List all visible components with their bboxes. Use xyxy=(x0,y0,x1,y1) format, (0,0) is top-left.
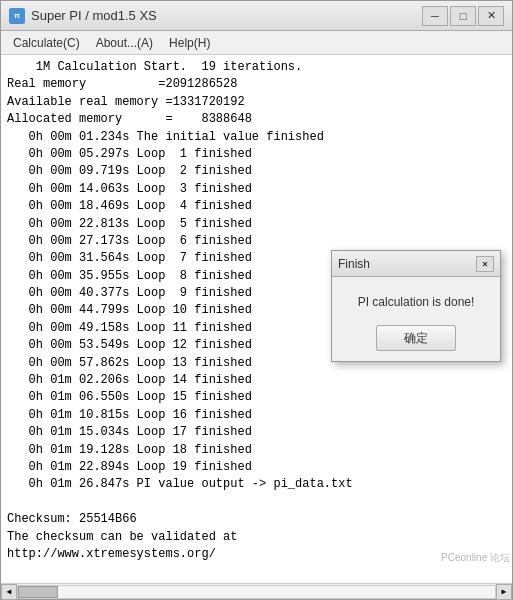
restore-button[interactable]: □ xyxy=(450,6,476,26)
dialog-ok-button[interactable]: 确定 xyxy=(376,325,456,351)
app-icon: π xyxy=(9,8,25,24)
menu-bar: Calculate(C) About...(A) Help(H) xyxy=(1,31,512,55)
dialog-message: PI calculation is done! xyxy=(358,295,475,309)
title-bar: π Super PI / mod1.5 XS ─ □ ✕ xyxy=(1,1,512,31)
scroll-left-button[interactable]: ◀ xyxy=(1,584,17,600)
main-window: π Super PI / mod1.5 XS ─ □ ✕ Calculate(C… xyxy=(0,0,513,600)
menu-about[interactable]: About...(A) xyxy=(88,34,161,52)
scroll-thumb[interactable] xyxy=(18,586,58,598)
scroll-right-button[interactable]: ▶ xyxy=(496,584,512,600)
finish-dialog: Finish ✕ PI calculation is done! 确定 xyxy=(331,250,501,362)
menu-calculate[interactable]: Calculate(C) xyxy=(5,34,88,52)
dialog-body: PI calculation is done! 确定 xyxy=(332,277,500,361)
dialog-close-button[interactable]: ✕ xyxy=(476,256,494,272)
window-title: Super PI / mod1.5 XS xyxy=(31,8,157,23)
horizontal-scrollbar[interactable]: ◀ ▶ xyxy=(1,583,512,599)
dialog-title-bar: Finish ✕ xyxy=(332,251,500,277)
content-area[interactable]: 1M Calculation Start. 19 iterations. Rea… xyxy=(1,55,512,583)
scroll-track[interactable] xyxy=(17,585,496,599)
minimize-button[interactable]: ─ xyxy=(422,6,448,26)
menu-help[interactable]: Help(H) xyxy=(161,34,218,52)
title-buttons: ─ □ ✕ xyxy=(422,6,504,26)
dialog-title: Finish xyxy=(338,257,370,271)
watermark: PCeonline 论坛 xyxy=(441,551,510,565)
title-bar-left: π Super PI / mod1.5 XS xyxy=(9,8,157,24)
close-button[interactable]: ✕ xyxy=(478,6,504,26)
